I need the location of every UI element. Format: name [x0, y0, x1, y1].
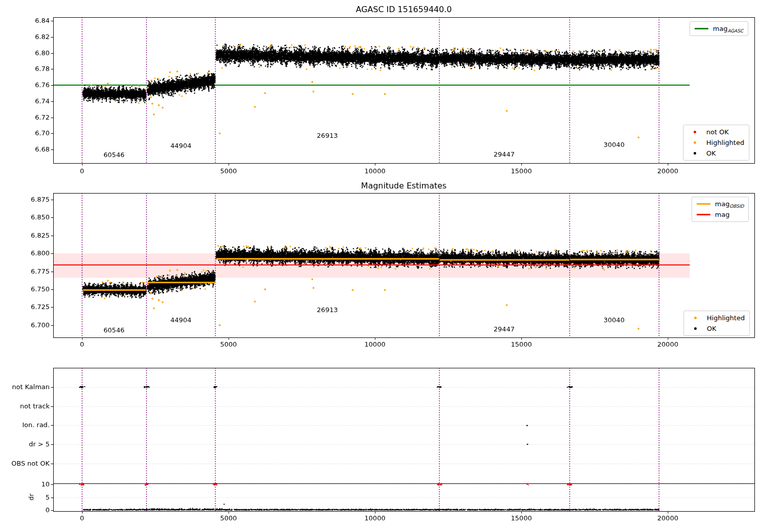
y-tick-label: 6.70 [4, 130, 50, 137]
y-tick-label: 6.700 [4, 322, 50, 329]
x-tick-label: 0 [80, 515, 84, 522]
x-tick-label: 20000 [657, 515, 678, 522]
x-tick-label: 0 [80, 168, 84, 175]
legend-label: OK [706, 149, 716, 157]
legend-item: OK [688, 148, 744, 159]
x-tick-label: 5000 [220, 168, 237, 175]
x-tick-label: 20000 [657, 341, 678, 348]
obsid-label: 30040 [603, 317, 624, 324]
dot-swatch-icon [688, 131, 702, 133]
legend-mag-obsid: magOBSIDmag [692, 197, 749, 222]
x-tick-label: 15000 [511, 341, 531, 348]
y-tick-label: 6.725 [4, 303, 50, 311]
x-tick-label: 5000 [220, 341, 237, 348]
x-tick-label: 5000 [220, 515, 237, 522]
dot-swatch-icon [689, 317, 702, 319]
dr-tick-label: 0 [4, 507, 50, 514]
y-tick-label: 6.84 [4, 17, 50, 24]
x-tick-label: 15000 [511, 515, 531, 522]
legend-label-sub: AGASC [728, 28, 743, 33]
y-tick-label: 6.72 [4, 114, 50, 121]
obsid-label: 44904 [170, 317, 191, 324]
legend-item: OK [689, 323, 745, 334]
obsid-label: 44904 [170, 142, 191, 149]
legend-item: Highlighted [688, 137, 744, 148]
obsid-label: 29447 [493, 326, 514, 333]
obsid-label: 26913 [317, 307, 337, 314]
x-tick-label: 20000 [657, 168, 678, 175]
x-tick-label: 0 [80, 341, 84, 348]
dot-swatch-icon [689, 327, 702, 330]
legend-label: magAGASC [713, 25, 743, 32]
legend-label: magOBSID [715, 200, 744, 208]
row-label: OBS not OK [4, 460, 50, 467]
legend-item: magAGASC [695, 23, 743, 34]
dr-tick-label: 10 [4, 481, 50, 488]
obsid-label: 26913 [317, 132, 337, 139]
legend-item: not OK [688, 127, 744, 137]
chart-canvas [0, 0, 760, 532]
legend-label: mag [715, 211, 730, 218]
y-tick-label: 6.825 [4, 232, 50, 239]
legend-item: magOBSID [697, 199, 744, 209]
dr-tick-label: 5 [4, 494, 50, 501]
row-label: Ion. rad. [4, 422, 50, 429]
obsid-label: 29447 [493, 151, 514, 158]
legend-label: not OK [706, 128, 729, 136]
legend-label-sub: OBSID [730, 204, 744, 209]
legend-label: OK [707, 325, 716, 332]
line-swatch-icon [697, 203, 710, 205]
row-label: not Kalman [4, 384, 50, 391]
legend-label-main: mag [715, 211, 730, 218]
y-tick-label: 6.78 [4, 65, 50, 72]
y-tick-label: 6.80 [4, 50, 50, 57]
legend-item: mag [697, 209, 744, 220]
y-tick-label: 6.800 [4, 250, 50, 257]
plot-title: AGASC ID 151659440.0 [356, 6, 451, 13]
dot-swatch-icon [688, 152, 702, 155]
x-tick-label: 10000 [364, 168, 385, 175]
dr-axis-label: dr [28, 493, 35, 501]
obsid-label: 60546 [103, 151, 124, 159]
legend-label-main: mag [713, 25, 728, 32]
dot-swatch-icon [688, 141, 702, 144]
row-label: dr > 5 [4, 441, 50, 448]
y-tick-label: 6.775 [4, 268, 50, 275]
legend-label: Highlighted [706, 139, 744, 146]
obsid-label: 60546 [103, 327, 124, 334]
row-label: not track [4, 403, 50, 410]
legend-label-main: mag [715, 200, 730, 208]
legend-point-status-mid: HighlightedOK [683, 311, 750, 336]
obsid-label: 30040 [603, 141, 624, 148]
x-tick-label: 15000 [511, 168, 531, 175]
line-swatch-icon [697, 214, 710, 215]
y-tick-label: 6.68 [4, 146, 50, 153]
legend-mag-agasc: magAGASC [690, 21, 748, 36]
y-tick-label: 6.875 [4, 196, 50, 203]
plot-title: Magnitude Estimates [361, 182, 447, 189]
line-swatch-icon [695, 28, 708, 29]
legend-point-status-top: not OKHighlightedOK [683, 125, 749, 161]
x-tick-label: 10000 [364, 515, 385, 522]
y-tick-label: 6.850 [4, 214, 50, 221]
y-tick-label: 6.82 [4, 33, 50, 41]
y-tick-label: 6.750 [4, 286, 50, 293]
figure: AGASC ID 151659440.06.686.706.726.746.76… [0, 0, 760, 532]
y-tick-label: 6.74 [4, 98, 50, 105]
x-tick-label: 10000 [364, 341, 385, 348]
legend-label: Highlighted [707, 314, 745, 322]
y-tick-label: 6.76 [4, 82, 50, 89]
legend-item: Highlighted [689, 313, 745, 323]
